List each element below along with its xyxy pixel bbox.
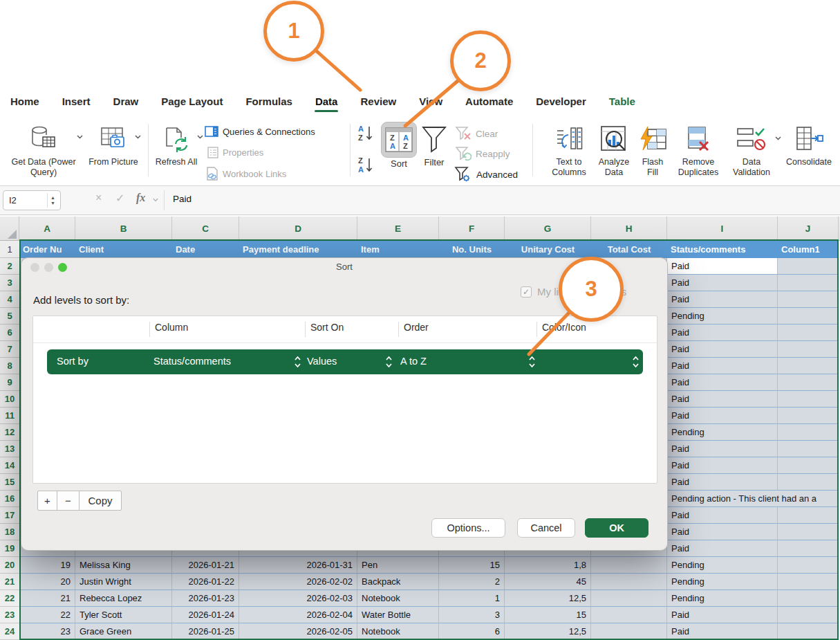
cell-I23[interactable]: Paid [667, 607, 778, 623]
cell-C24[interactable]: 2026-01-25 [172, 623, 239, 640]
tab-formulas[interactable]: Formulas [245, 95, 292, 107]
cell-I14[interactable]: Paid [667, 457, 778, 474]
cell-B24[interactable]: Grace Green [75, 623, 172, 640]
cell-J19[interactable] [778, 540, 839, 557]
cell-C20[interactable]: 2026-01-21 [172, 557, 239, 574]
cell-F1[interactable]: No. Units [439, 241, 505, 258]
cell-I10[interactable]: Paid [667, 391, 778, 408]
cell-J9[interactable] [778, 374, 839, 391]
cell-E20[interactable]: Pen [357, 557, 439, 574]
properties-button[interactable]: Properties [207, 147, 263, 158]
remove-duplicates-button[interactable]: Remove Duplicates [672, 122, 725, 177]
row-header-17[interactable]: 17 [0, 507, 19, 524]
row-header-2[interactable]: 2 [0, 258, 19, 275]
cell-B22[interactable]: Rebecca Lopez [75, 590, 172, 607]
queries-connections-button[interactable]: Queries & Connections [205, 126, 315, 137]
cell-J17[interactable] [778, 507, 839, 524]
cell-G23[interactable]: 15 [505, 607, 591, 623]
sort-on-dropdown-value[interactable]: Values [307, 356, 337, 367]
cell-H21[interactable] [591, 574, 667, 590]
row-header-4[interactable]: 4 [0, 291, 19, 308]
cell-J3[interactable] [778, 275, 839, 291]
row-header-11[interactable]: 11 [0, 408, 19, 424]
cell-J10[interactable] [778, 391, 839, 408]
cell-J4[interactable] [778, 291, 839, 308]
tab-insert[interactable]: Insert [62, 95, 91, 107]
tab-review[interactable]: Review [360, 95, 396, 107]
cell-C21[interactable]: 2026-01-22 [172, 574, 239, 590]
row-header-20[interactable]: 20 [0, 557, 19, 574]
cell-F24[interactable]: 6 [439, 623, 505, 640]
cell-J1[interactable]: Column1 [778, 241, 839, 258]
cell-F22[interactable]: 1 [439, 590, 505, 607]
insert-function-icon[interactable]: fx [136, 192, 145, 204]
row-header-14[interactable]: 14 [0, 457, 19, 474]
flash-fill-button[interactable]: Flash Fill [636, 122, 669, 177]
cell-J20[interactable] [778, 557, 839, 574]
cell-I13[interactable]: Paid [667, 441, 778, 457]
cell-J5[interactable] [778, 308, 839, 324]
workbook-links-button[interactable]: Workbook Links [206, 167, 286, 181]
tab-table[interactable]: Table [609, 95, 635, 107]
column-header-B[interactable]: B [75, 217, 172, 241]
consolidate-button[interactable]: Consolidate [783, 122, 835, 167]
cell-E24[interactable]: Notebook [357, 623, 439, 640]
cell-A22[interactable]: 21 [19, 590, 75, 607]
refresh-all-button[interactable]: Refresh All [153, 122, 199, 167]
cell-E21[interactable]: Backpack [357, 574, 439, 590]
row-header-15[interactable]: 15 [0, 474, 19, 491]
cell-J2[interactable] [778, 258, 839, 275]
column-header-E[interactable]: E [357, 217, 439, 241]
cell-I9[interactable]: Paid [667, 374, 778, 391]
cell-I4[interactable]: Paid [667, 291, 778, 308]
tab-automate[interactable]: Automate [465, 95, 513, 107]
sort-button[interactable]: Z A A Z [381, 122, 417, 158]
cell-F21[interactable]: 2 [439, 574, 505, 590]
row-header-6[interactable]: 6 [0, 324, 19, 341]
dropdown-caret-icon[interactable] [294, 355, 301, 369]
confirm-entry-icon[interactable]: ✓ [115, 192, 124, 205]
column-header-F[interactable]: F [439, 217, 505, 241]
cell-I22[interactable]: Pending [667, 590, 778, 607]
cell-I17[interactable]: Paid [667, 507, 778, 524]
column-header-G[interactable]: G [505, 217, 591, 241]
cell-I2[interactable]: Paid [667, 258, 778, 275]
cell-A21[interactable]: 20 [19, 574, 75, 590]
cell-D21[interactable]: 2026-02-02 [239, 574, 357, 590]
cell-D23[interactable]: 2026-02-04 [239, 607, 357, 623]
cell-H24[interactable] [591, 623, 667, 640]
cell-A24[interactable]: 23 [19, 623, 75, 640]
column-header-H[interactable]: H [591, 217, 667, 241]
tab-data[interactable]: Data [315, 95, 338, 107]
cell-B23[interactable]: Tyler Scott [75, 607, 172, 623]
cell-C23[interactable]: 2026-01-24 [172, 607, 239, 623]
remove-level-button[interactable]: − [57, 491, 80, 511]
cell-C1[interactable]: Date [172, 241, 239, 258]
sort-level-row[interactable]: Sort by Status/comments Values A to Z [47, 349, 643, 374]
sort-descending-button[interactable]: Z A [355, 156, 375, 178]
row-header-13[interactable]: 13 [0, 441, 19, 457]
cell-E1[interactable]: Item [357, 241, 439, 258]
row-header-7[interactable]: 7 [0, 341, 19, 358]
dropdown-caret-icon[interactable] [385, 355, 393, 369]
cell-J6[interactable] [778, 324, 839, 341]
sort-ascending-button[interactable]: A Z [355, 124, 375, 146]
advanced-filter-button[interactable]: Advanced [454, 166, 518, 183]
cell-I19[interactable]: Paid [667, 540, 778, 557]
dropdown-caret-icon[interactable] [528, 355, 536, 369]
cancel-entry-icon[interactable]: × [95, 192, 102, 204]
cell-G20[interactable]: 1,8 [505, 557, 591, 574]
dropdown-caret-icon[interactable] [632, 355, 640, 369]
column-dropdown-value[interactable]: Status/comments [153, 356, 231, 367]
row-header-10[interactable]: 10 [0, 391, 19, 408]
column-header-D[interactable]: D [239, 217, 357, 241]
cell-J11[interactable] [778, 408, 839, 424]
options-button[interactable]: Options... [431, 518, 505, 538]
cell-I20[interactable]: Pending [667, 557, 778, 574]
cell-A23[interactable]: 22 [19, 607, 75, 623]
cancel-button[interactable]: Cancel [517, 518, 575, 538]
cell-H20[interactable] [591, 557, 667, 574]
cell-I12[interactable]: Pending [667, 424, 778, 441]
row-header-3[interactable]: 3 [0, 275, 19, 291]
cell-J15[interactable] [778, 474, 839, 491]
